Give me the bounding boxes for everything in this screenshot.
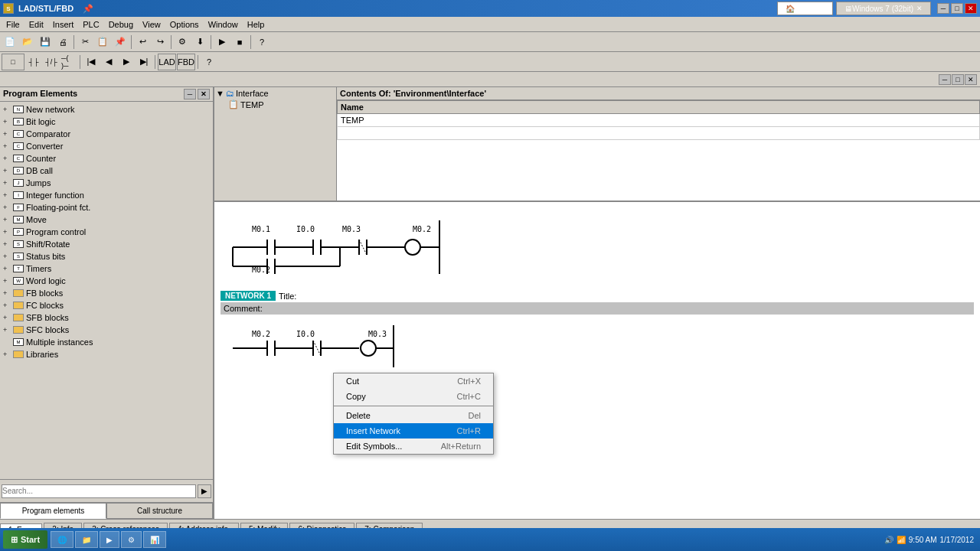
tb2-help2[interactable]: ? bbox=[201, 54, 217, 70]
tb2-first[interactable]: |◀ bbox=[83, 54, 100, 70]
win-minimize[interactable]: ─ bbox=[939, 74, 951, 85]
tb2-prev[interactable]: ◀ bbox=[100, 54, 117, 70]
tree-item-bit-logic[interactable]: + B Bit logic bbox=[2, 116, 211, 128]
menu-bar: File Edit Insert PLC Debug View Options … bbox=[0, 17, 980, 32]
undo-button[interactable]: ↩ bbox=[134, 34, 151, 51]
ctx-delete[interactable]: Delete Del bbox=[334, 408, 493, 423]
interface-tree-child[interactable]: 📋 TEMP bbox=[216, 99, 335, 109]
tb2-nc-contact[interactable]: ┤/├ bbox=[43, 54, 60, 70]
tab-call-structure[interactable]: Call structure bbox=[106, 503, 213, 519]
tree-item-converter[interactable]: + C Converter bbox=[2, 140, 211, 152]
tree-item-jumps[interactable]: + J Jumps bbox=[2, 177, 211, 189]
ctx-cut[interactable]: Cut Ctrl+X bbox=[334, 373, 493, 389]
tab-close-home[interactable]: ✕ bbox=[818, 5, 825, 12]
start-button[interactable]: ⊞ Start bbox=[3, 530, 47, 549]
tree-item-new-network[interactable]: + N New network bbox=[2, 103, 211, 116]
help-button[interactable]: ? bbox=[253, 34, 270, 51]
copy-button[interactable]: 📋 bbox=[94, 34, 111, 51]
table-row[interactable]: TEMP bbox=[338, 114, 980, 127]
print-button[interactable]: 🖨 bbox=[54, 34, 71, 51]
tb2-coil[interactable]: ─( )─ bbox=[60, 54, 77, 70]
tb2-box[interactable]: □ bbox=[2, 54, 24, 70]
search-go-button[interactable]: ▶ bbox=[198, 484, 211, 498]
tree-item-db-call[interactable]: + D DB call bbox=[2, 165, 211, 177]
panel-close[interactable]: ✕ bbox=[198, 89, 210, 99]
expand-icon bbox=[3, 338, 12, 346]
tree-item-program-control[interactable]: + P Program control bbox=[2, 226, 211, 238]
tree-item-libraries[interactable]: + Libraries bbox=[2, 348, 211, 360]
tree-expand: ▼ bbox=[216, 89, 224, 98]
tab-close-win7[interactable]: ✕ bbox=[916, 5, 923, 12]
tab-program-elements[interactable]: Program elements bbox=[0, 503, 106, 519]
download-button[interactable]: ⬇ bbox=[191, 34, 208, 51]
menu-window[interactable]: Window bbox=[204, 18, 243, 31]
minimize-button[interactable]: ─ bbox=[937, 3, 949, 14]
menu-edit[interactable]: Edit bbox=[24, 18, 48, 31]
tree-item-fb-blocks[interactable]: + FB blocks bbox=[2, 287, 211, 299]
search-input[interactable] bbox=[2, 484, 196, 498]
run-button[interactable]: ▶ bbox=[214, 34, 230, 51]
sep6 bbox=[80, 55, 80, 69]
menu-options[interactable]: Options bbox=[165, 18, 204, 31]
sfb-blocks-icon bbox=[12, 312, 24, 323]
close-button[interactable]: ✕ bbox=[965, 3, 977, 14]
network-1-title-label: Title: bbox=[279, 292, 296, 301]
ctx-edit-symbols[interactable]: Edit Symbols... Alt+Return bbox=[334, 439, 493, 454]
stop-button[interactable]: ■ bbox=[231, 34, 248, 51]
compile-button[interactable]: ⚙ bbox=[174, 34, 191, 51]
tree-item-floating-point[interactable]: + F Floating-point fct. bbox=[2, 201, 211, 214]
tree-item-timers[interactable]: + T Timers bbox=[2, 262, 211, 275]
tab-windows7[interactable]: 🖥 Windows 7 (32bit) ✕ bbox=[836, 2, 931, 15]
win-close[interactable]: ✕ bbox=[965, 74, 977, 85]
interface-content: Contents Of: 'Environment\Interface' Nam… bbox=[337, 87, 980, 201]
cut-button[interactable]: ✂ bbox=[77, 34, 93, 51]
ctx-copy[interactable]: Copy Ctrl+C bbox=[334, 389, 493, 404]
network-tray-icon[interactable]: 📶 bbox=[897, 536, 906, 544]
maximize-button[interactable]: □ bbox=[951, 3, 963, 14]
table-row-empty[interactable] bbox=[338, 127, 980, 140]
menu-plc[interactable]: PLC bbox=[78, 18, 103, 31]
tree-item-counter[interactable]: + C Counter bbox=[2, 152, 211, 165]
menu-file[interactable]: File bbox=[2, 18, 24, 31]
paste-button[interactable]: 📌 bbox=[112, 34, 129, 51]
taskbar-item-app1[interactable]: ⚙ bbox=[121, 531, 142, 548]
speaker-icon[interactable]: 🔊 bbox=[884, 536, 893, 544]
menu-view[interactable]: View bbox=[138, 18, 165, 31]
tree-item-integer-function[interactable]: + I Integer function bbox=[2, 189, 211, 201]
tb2-contact[interactable]: ┤├ bbox=[25, 54, 42, 70]
tb2-ladder[interactable]: LAD bbox=[158, 54, 176, 70]
win-maximize[interactable]: □ bbox=[952, 74, 964, 85]
taskbar-item-folder[interactable]: 📁 bbox=[75, 531, 98, 548]
tree-item-shift-rotate[interactable]: + S Shift/Rotate bbox=[2, 238, 211, 250]
open-button[interactable]: 📂 bbox=[19, 34, 36, 51]
taskbar-item-explorer[interactable]: 🌐 bbox=[51, 531, 74, 548]
new-button[interactable]: 📄 bbox=[2, 34, 18, 51]
taskbar-item-media[interactable]: ▶ bbox=[100, 531, 119, 548]
tab-home[interactable]: 🏠 Home ✕ bbox=[777, 2, 833, 15]
menu-insert[interactable]: Insert bbox=[48, 18, 79, 31]
tree-item-word-logic[interactable]: + W Word logic bbox=[2, 275, 211, 287]
tb2-fbd[interactable]: FBD bbox=[177, 54, 195, 70]
tree-item-sfc-blocks[interactable]: + SFC blocks bbox=[2, 324, 211, 336]
tree-item-multiple-instances[interactable]: M Multiple instances bbox=[2, 336, 211, 348]
sep8 bbox=[198, 55, 198, 69]
tree-item-sfb-blocks[interactable]: + SFB blocks bbox=[2, 311, 211, 324]
tree-item-comparator[interactable]: + C Comparator bbox=[2, 128, 211, 140]
redo-button[interactable]: ↪ bbox=[152, 34, 168, 51]
tree-item-status-bits[interactable]: + S Status bits bbox=[2, 250, 211, 262]
tree-item-fc-blocks[interactable]: + FC blocks bbox=[2, 299, 211, 311]
menu-debug[interactable]: Debug bbox=[104, 18, 138, 31]
expand-icon: + bbox=[3, 350, 12, 358]
explorer-icon: 🌐 bbox=[57, 536, 67, 544]
panel-minimize[interactable]: ─ bbox=[184, 89, 196, 99]
tb2-last[interactable]: ▶| bbox=[136, 54, 152, 70]
ctx-insert-network[interactable]: Insert Network Ctrl+R bbox=[334, 423, 493, 439]
tb2-next[interactable]: ▶ bbox=[118, 54, 135, 70]
save-button[interactable]: 💾 bbox=[37, 34, 54, 51]
interface-tree-root[interactable]: ▼ 🗂 Interface bbox=[216, 89, 335, 98]
taskbar: ⊞ Start 🌐 📁 ▶ ⚙ 📊 🔊 📶 9:50 AM 1/17/2012 bbox=[0, 528, 980, 551]
tree-item-move[interactable]: + M Move bbox=[2, 214, 211, 226]
menu-help[interactable]: Help bbox=[243, 18, 270, 31]
network-1-comment: Comment: bbox=[220, 302, 974, 315]
taskbar-item-app2[interactable]: 📊 bbox=[143, 531, 166, 548]
